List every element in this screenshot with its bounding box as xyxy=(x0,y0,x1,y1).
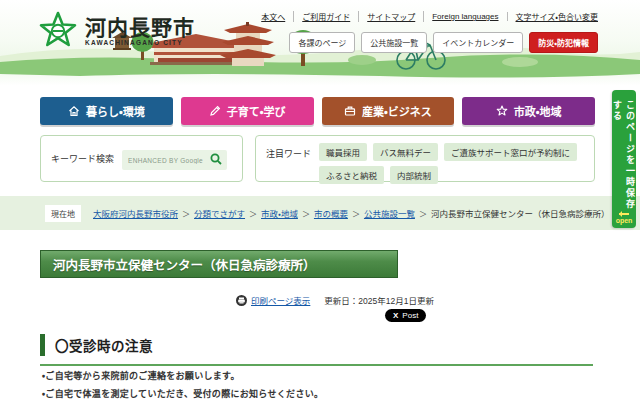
utility-link-accessibility[interactable]: 文字サイズ・色合い変更 xyxy=(508,11,598,22)
crumb-facility-list[interactable]: 公共施設一覧 xyxy=(364,207,415,219)
breadcrumb-separator: ＞ xyxy=(249,208,257,219)
current-location-badge: 現在地 xyxy=(45,205,81,222)
city-crest-icon xyxy=(38,11,78,51)
print-row: 印刷ページ表示 更新日：2025年12月1日更新 xyxy=(236,294,434,306)
tag-recruitment[interactable]: 職員採用 xyxy=(319,143,367,161)
nav-city-region[interactable]: 市政・地域 xyxy=(462,97,595,125)
updated-date: 更新日：2025年12月1日更新 xyxy=(324,294,434,306)
nav-childcare-learning[interactable]: 子育て・学び xyxy=(181,97,314,125)
breadcrumb: 大阪府河内長野市役所 ＞ 分類でさがす ＞ 市政・地域 ＞ 市の概要 ＞ 公共施… xyxy=(93,207,609,219)
x-post-button[interactable]: X Post xyxy=(385,309,426,322)
crumb-city-region[interactable]: 市政・地域 xyxy=(261,207,298,219)
tag-furusato-tax[interactable]: ふるさと納税 xyxy=(319,166,384,184)
departments-button[interactable]: 各課のページ xyxy=(289,32,355,53)
tag-free-bus-day[interactable]: バス無料デー xyxy=(373,143,438,161)
section-title: 〇受診時の注意 xyxy=(55,335,153,355)
nav-living-environment[interactable]: 暮らし・環境 xyxy=(40,97,173,125)
save-page-side-tab[interactable]: このページを一時保存する open xyxy=(612,90,636,228)
breadcrumb-band: 現在地 大阪府河内長野市役所 ＞ 分類でさがす ＞ 市政・地域 ＞ 市の概要 ＞… xyxy=(0,196,640,230)
facilities-button[interactable]: 公共施設一覧 xyxy=(361,32,427,53)
star-icon xyxy=(496,105,508,117)
site-header: 河内長野市 KAWACHINAGANO CITY 本文へ ご利用ガイド サイトマ… xyxy=(0,0,640,92)
main-navigation: 暮らし・環境 子育て・学び 産業・ビジネス 市政・地域 xyxy=(40,97,595,125)
pencil-icon xyxy=(209,105,221,117)
disaster-info-button[interactable]: 防災・防犯情報 xyxy=(529,32,598,53)
nav-industry-business[interactable]: 産業・ビジネス xyxy=(322,97,455,125)
heading-accent-bar xyxy=(40,334,45,356)
site-logo[interactable]: 河内長野市 KAWACHINAGANO CITY xyxy=(38,11,195,51)
breadcrumb-separator: ＞ xyxy=(352,208,360,219)
search-band: キーワード検索 注目ワード 職員採用 バス無料デー ご遺族サポート窓口が予約制に… xyxy=(40,135,595,182)
visit-notes: ・ご自宅等から来院前のご連絡をお願いします。 ・ご自宅で体温を測定していただき、… xyxy=(42,369,323,400)
breadcrumb-separator: ＞ xyxy=(302,208,310,219)
utility-link-skip[interactable]: 本文へ xyxy=(253,11,294,22)
crumb-search-by-category[interactable]: 分類でさがす xyxy=(194,207,245,219)
section-heading: 〇受診時の注意 xyxy=(40,334,593,366)
briefcase-icon xyxy=(344,105,356,117)
logo-text: 河内長野市 KAWACHINAGANO CITY xyxy=(85,17,195,46)
post-label: Post xyxy=(402,311,418,320)
featured-words-box: 注目ワード 職員採用 バス無料デー ご遺族サポート窓口が予約制に ふるさと納税 … xyxy=(255,135,595,182)
print-page-link[interactable]: 印刷ページ表示 xyxy=(251,294,310,306)
utility-link-sitemap[interactable]: サイトマップ xyxy=(359,11,424,22)
nav-label: 市政・地域 xyxy=(514,103,562,119)
breadcrumb-separator: ＞ xyxy=(419,208,427,219)
breadcrumb-separator: ＞ xyxy=(182,208,190,219)
featured-tags: 職員採用 バス無料デー ご遺族サポート窓口が予約制に ふるさと納税 内部統制 xyxy=(319,143,577,174)
open-arrow-icon xyxy=(619,213,629,215)
crumb-city-hall[interactable]: 大阪府河内長野市役所 xyxy=(93,207,178,219)
nav-label: 暮らし・環境 xyxy=(86,103,145,119)
featured-label: 注目ワード xyxy=(266,143,311,174)
utility-link-guide[interactable]: ご利用ガイド xyxy=(294,11,359,22)
tag-internal-control[interactable]: 内部統制 xyxy=(390,166,438,184)
city-name-en: KAWACHINAGANO CITY xyxy=(85,39,195,46)
utility-link-languages[interactable]: Foreign languages xyxy=(424,12,507,21)
crumb-city-overview[interactable]: 市の概要 xyxy=(314,207,348,219)
x-logo-icon: X xyxy=(393,311,398,320)
breadcrumb-current: 河内長野市立保健センター（休日急病診療所） xyxy=(431,207,610,219)
quick-button-bar: 各課のページ 公共施設一覧 イベントカレンダー 防災・防犯情報 xyxy=(289,32,598,53)
utility-nav: 本文へ ご利用ガイド サイトマップ Foreign languages 文字サイ… xyxy=(253,11,598,22)
note-line: ・ご自宅等から来院前のご連絡をお願いします。 xyxy=(42,369,323,382)
nav-label: 産業・ビジネス xyxy=(362,103,432,119)
printer-icon xyxy=(236,295,247,306)
nav-label: 子育て・学び xyxy=(227,103,286,119)
side-tab-label: このページを一時保存する xyxy=(611,100,637,213)
search-field xyxy=(122,149,227,169)
page-title: 河内長野市立保健センター（休日急病診療所） xyxy=(40,250,398,278)
tag-bereaved-support[interactable]: ご遺族サポート窓口が予約制に xyxy=(444,143,577,161)
note-line: ・ご自宅で体温を測定していただき、受付の際にお知らせください。 xyxy=(42,387,323,400)
open-label: open xyxy=(616,217,633,224)
city-name: 河内長野市 xyxy=(85,17,195,39)
side-tab-open: open xyxy=(616,213,633,224)
event-calendar-button[interactable]: イベントカレンダー xyxy=(433,32,523,53)
search-label: キーワード検索 xyxy=(51,152,114,165)
kawachinagano-city-page: 河内長野市 KAWACHINAGANO CITY 本文へ ご利用ガイド サイトマ… xyxy=(0,0,640,400)
keyword-search-box: キーワード検索 xyxy=(40,135,243,182)
search-icon[interactable] xyxy=(209,152,223,166)
house-icon xyxy=(68,105,80,117)
